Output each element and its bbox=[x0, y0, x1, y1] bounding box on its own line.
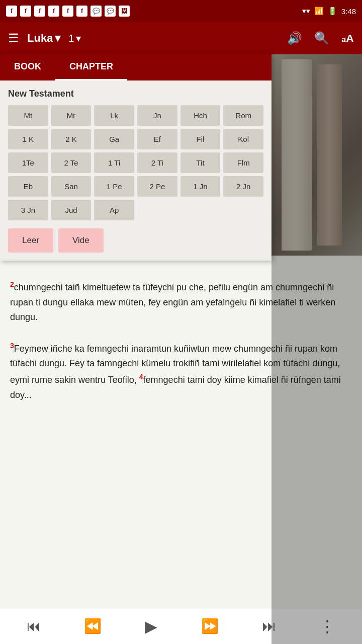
tab-book[interactable]: BOOK bbox=[0, 54, 55, 80]
book-ap[interactable]: Ap bbox=[94, 200, 134, 220]
book-eb[interactable]: Eb bbox=[8, 176, 48, 197]
font-size-icon[interactable]: aA bbox=[341, 31, 354, 45]
app-bar-right: 🔊 🔍 aA bbox=[287, 31, 354, 45]
book-1jn[interactable]: 1 Jn bbox=[180, 176, 221, 197]
book-mr[interactable]: Mr bbox=[51, 105, 92, 126]
signal-icon: 📶 bbox=[314, 7, 324, 16]
book-lk[interactable]: Lk bbox=[94, 105, 134, 126]
status-icons: f f f f f f 💬 💬 🖼 bbox=[6, 6, 130, 17]
book-hch[interactable]: Hch bbox=[180, 105, 221, 126]
dropdown-content: New Testament Mt Mr Lk Jn Hch Rom 1 K 2 … bbox=[0, 80, 272, 261]
time-display: 3:48 bbox=[341, 7, 356, 16]
chapter-num: 1 bbox=[68, 33, 74, 44]
books-grid: Mt Mr Lk Jn Hch Rom 1 K 2 K Ga Ef Fil Ko… bbox=[8, 105, 263, 220]
status-right: ▾▾ 📶 🔋 3:48 bbox=[302, 7, 356, 16]
book-rom[interactable]: Rom bbox=[223, 105, 263, 126]
fast-forward-button[interactable]: ⏩ bbox=[195, 614, 225, 638]
section-title: New Testament bbox=[8, 89, 263, 99]
chat-icon-2: 💬 bbox=[105, 6, 116, 17]
book-2pe[interactable]: 2 Pe bbox=[137, 176, 177, 197]
fb-icon-4: f bbox=[48, 6, 59, 17]
battery-icon: 🔋 bbox=[328, 7, 337, 16]
book-name: Luka bbox=[27, 32, 53, 45]
tab-bar: BOOK CHAPTER bbox=[0, 54, 272, 80]
book-fil[interactable]: Fil bbox=[180, 129, 221, 149]
fb-icon-3: f bbox=[34, 6, 45, 17]
book-san[interactable]: San bbox=[51, 176, 92, 197]
book-2te[interactable]: 2 Te bbox=[51, 152, 92, 173]
action-buttons: Leer Vide bbox=[8, 228, 263, 253]
search-icon[interactable]: 🔍 bbox=[314, 31, 329, 45]
fb-icon-6: f bbox=[76, 6, 87, 17]
book-2k[interactable]: 2 K bbox=[51, 129, 92, 149]
book-empty-2 bbox=[180, 200, 221, 220]
chapter-selector[interactable]: 1 ▾ bbox=[68, 32, 81, 44]
speaker-icon[interactable]: 🔊 bbox=[287, 31, 302, 45]
book-flm[interactable]: Flm bbox=[223, 152, 263, 173]
book-jn[interactable]: Jn bbox=[137, 105, 177, 126]
view-button[interactable]: Vide bbox=[58, 228, 104, 253]
book-2ti[interactable]: 2 Ti bbox=[137, 152, 177, 173]
chat-icon-1: 💬 bbox=[90, 6, 102, 17]
dropdown-overlay[interactable] bbox=[272, 54, 362, 644]
dropdown-panel: BOOK CHAPTER New Testament Mt Mr Lk Jn H… bbox=[0, 54, 272, 261]
book-dropdown-icon: ▾ bbox=[55, 32, 60, 45]
book-1ti[interactable]: 1 Ti bbox=[94, 152, 134, 173]
fb-icon-2: f bbox=[20, 6, 31, 17]
book-jud[interactable]: Jud bbox=[51, 200, 92, 220]
book-selector[interactable]: Luka ▾ bbox=[27, 32, 60, 45]
book-1pe[interactable]: 1 Pe bbox=[94, 176, 134, 197]
play-button[interactable]: ▶ bbox=[139, 613, 163, 640]
rewind-button[interactable]: ⏪ bbox=[78, 614, 108, 638]
book-ga[interactable]: Ga bbox=[94, 129, 134, 149]
book-empty-3 bbox=[223, 200, 263, 220]
read-button[interactable]: Leer bbox=[8, 228, 53, 253]
tab-chapter[interactable]: CHAPTER bbox=[55, 54, 127, 80]
fb-icon-5: f bbox=[62, 6, 73, 17]
verse-num-3: 3 bbox=[10, 342, 14, 350]
book-ef[interactable]: Ef bbox=[137, 129, 177, 149]
book-2jn[interactable]: 2 Jn bbox=[223, 176, 263, 197]
book-1k[interactable]: 1 K bbox=[8, 129, 48, 149]
book-mt[interactable]: Mt bbox=[8, 105, 48, 126]
book-1te[interactable]: 1Te bbox=[8, 152, 48, 173]
hamburger-menu[interactable]: ☰ bbox=[8, 31, 19, 45]
img-icon: 🖼 bbox=[119, 6, 130, 17]
app-bar: ☰ Luka ▾ 1 ▾ 🔊 🔍 aA bbox=[0, 22, 362, 54]
fb-icon-1: f bbox=[6, 6, 17, 17]
book-tit[interactable]: Tit bbox=[180, 152, 221, 173]
chapter-dropdown-icon: ▾ bbox=[76, 32, 81, 44]
status-bar: f f f f f f 💬 💬 🖼 ▾▾ 📶 🔋 3:48 bbox=[0, 0, 362, 22]
verse-num-2: 2 bbox=[10, 280, 14, 288]
book-kol[interactable]: Kol bbox=[223, 129, 263, 149]
book-empty-1 bbox=[137, 200, 177, 220]
book-3jn[interactable]: 3 Jn bbox=[8, 200, 48, 220]
verse-num-4: 4 bbox=[139, 373, 143, 381]
wifi-icon: ▾▾ bbox=[302, 7, 310, 16]
skip-back-button[interactable]: ⏮ bbox=[21, 614, 47, 638]
